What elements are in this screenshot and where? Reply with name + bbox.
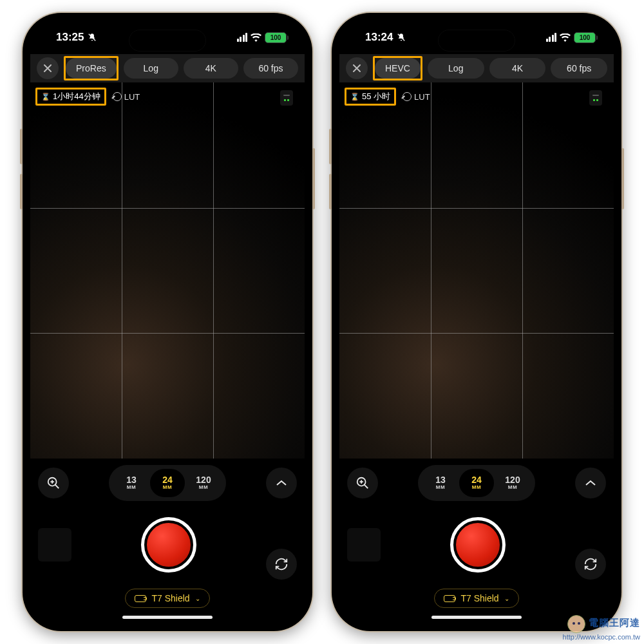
- volume-down-button: [329, 174, 332, 209]
- lens-option-120mm[interactable]: 120MM: [495, 469, 530, 497]
- dynamic-island: [129, 30, 206, 52]
- lut-icon: [113, 92, 122, 101]
- switch-camera-button[interactable]: [575, 549, 606, 580]
- zoom-button[interactable]: [38, 468, 69, 498]
- chevron-down-icon: ⌄: [195, 595, 200, 602]
- external-disk-icon: [444, 595, 455, 602]
- home-indicator[interactable]: [431, 616, 522, 619]
- grid-line: [431, 82, 431, 459]
- switch-camera-icon: [274, 557, 289, 571]
- lut-toggle[interactable]: LUT: [113, 92, 140, 102]
- record-button[interactable]: [450, 517, 506, 573]
- codec-highlight: HEVC: [373, 56, 422, 80]
- switch-camera-button[interactable]: [266, 549, 297, 580]
- storage-destination-pill[interactable]: T7 Shield ⌄: [434, 589, 518, 608]
- wifi-icon: [251, 33, 261, 42]
- lut-toggle[interactable]: LUT: [402, 92, 430, 102]
- switch-camera-icon: [583, 557, 598, 571]
- power-button: [312, 148, 315, 209]
- codec-highlight: ProRes: [64, 56, 118, 80]
- magnifier-plus-icon: [355, 476, 370, 490]
- resolution-pill[interactable]: 4K: [489, 58, 546, 79]
- lut-icon: [402, 92, 412, 101]
- chevron-up-icon: [276, 480, 287, 486]
- home-indicator[interactable]: [122, 616, 213, 619]
- power-button: [621, 148, 624, 209]
- lens-option-24mm[interactable]: 24MM: [150, 469, 185, 497]
- lens-option-13mm[interactable]: 13MM: [114, 469, 149, 497]
- source-watermark: 電腦王阿達 http://www.kocpc.com.tw: [563, 615, 640, 641]
- camera-controls: 13MM 24MM 120MM: [339, 459, 614, 623]
- volume-down-button: [20, 174, 23, 209]
- status-time: 13:24: [365, 31, 393, 44]
- close-settings-button[interactable]: [37, 57, 59, 79]
- hourglass-icon: ⌛: [41, 93, 50, 101]
- profile-pill[interactable]: Log: [124, 58, 178, 79]
- audio-level-indicator[interactable]: [589, 90, 602, 106]
- svg-line-2: [55, 485, 59, 489]
- audio-level-indicator[interactable]: [280, 90, 293, 106]
- chevron-down-icon: ⌄: [504, 595, 509, 602]
- storage-destination-pill[interactable]: T7 Shield ⌄: [125, 589, 209, 608]
- grid-line: [30, 208, 305, 209]
- phone-mockup-right: 13:24 100 HEVC Log 4K 60 fps: [332, 13, 621, 631]
- volume-up-button: [329, 129, 332, 164]
- grid-line: [339, 333, 614, 334]
- silent-mode-icon: [397, 33, 406, 42]
- silent-mode-icon: [88, 33, 97, 42]
- external-disk-icon: [135, 595, 146, 602]
- magnifier-plus-icon: [46, 476, 61, 490]
- close-icon: [353, 64, 361, 72]
- grid-line: [213, 82, 214, 459]
- framerate-pill[interactable]: 60 fps: [551, 58, 607, 79]
- expand-controls-button[interactable]: [266, 468, 297, 498]
- status-time: 13:25: [56, 31, 84, 44]
- remaining-time-text: 1小时44分钟: [53, 91, 100, 102]
- close-settings-button[interactable]: [346, 57, 368, 79]
- volume-up-button: [20, 129, 23, 164]
- last-capture-thumbnail[interactable]: [347, 528, 381, 562]
- lens-option-120mm[interactable]: 120MM: [186, 469, 221, 497]
- codec-pill[interactable]: HEVC: [375, 58, 421, 79]
- chevron-up-icon: [585, 480, 596, 486]
- dynamic-island: [438, 30, 515, 52]
- record-icon: [147, 523, 191, 567]
- remaining-time-text: 55 小时: [362, 91, 390, 102]
- phone-mockup-left: 13:25 100 ProRes Log 4K 60 fps: [23, 13, 312, 631]
- grid-line: [30, 333, 305, 334]
- close-icon: [44, 64, 52, 72]
- lens-option-13mm[interactable]: 13MM: [423, 469, 458, 497]
- last-capture-thumbnail[interactable]: [38, 528, 71, 562]
- camera-controls: 13MM 24MM 120MM: [30, 459, 305, 623]
- expand-controls-button[interactable]: [575, 468, 606, 498]
- mascot-icon: [567, 615, 585, 633]
- capture-settings-bar: HEVC Log 4K 60 fps: [339, 54, 614, 82]
- grid-line: [339, 208, 614, 209]
- record-button[interactable]: [141, 517, 196, 573]
- viewfinder-info-row: ⌛ 55 小时 LUT: [345, 88, 609, 106]
- profile-pill[interactable]: Log: [428, 58, 484, 79]
- capture-settings-bar: ProRes Log 4K 60 fps: [30, 54, 305, 82]
- cellular-signal-icon: [237, 33, 248, 42]
- cellular-signal-icon: [546, 33, 557, 42]
- viewfinder-info-row: ⌛ 1小时44分钟 LUT: [35, 88, 299, 106]
- hourglass-icon: ⌛: [350, 93, 359, 101]
- framerate-pill[interactable]: 60 fps: [243, 58, 298, 79]
- lens-picker: 13MM 24MM 120MM: [109, 465, 226, 501]
- camera-viewfinder[interactable]: ⌛ 55 小时 LUT: [339, 82, 614, 459]
- wifi-icon: [560, 33, 571, 42]
- svg-line-7: [365, 485, 368, 489]
- camera-viewfinder[interactable]: ⌛ 1小时44分钟 LUT: [30, 82, 305, 459]
- remaining-time-badge[interactable]: ⌛ 1小时44分钟: [35, 88, 106, 106]
- codec-pill[interactable]: ProRes: [66, 58, 117, 79]
- record-icon: [456, 523, 500, 567]
- grid-line: [522, 82, 523, 459]
- grid-line: [122, 82, 122, 459]
- zoom-button[interactable]: [347, 468, 378, 498]
- remaining-time-badge[interactable]: ⌛ 55 小时: [345, 88, 396, 106]
- resolution-pill[interactable]: 4K: [184, 58, 238, 79]
- lens-option-24mm[interactable]: 24MM: [459, 469, 494, 497]
- lens-picker: 13MM 24MM 120MM: [418, 465, 535, 501]
- battery-indicator: 100: [265, 32, 287, 43]
- battery-indicator: 100: [574, 32, 596, 43]
